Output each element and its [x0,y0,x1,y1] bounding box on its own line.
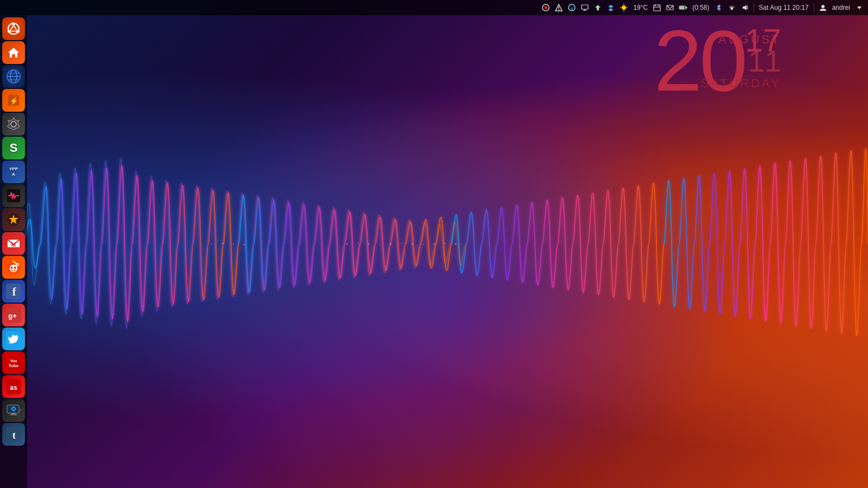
svg-point-6 [401,242,402,243]
svg-text:g: g [571,6,573,11]
battery-time[interactable]: (0:58) [691,4,711,11]
launcher-item-pulse[interactable] [2,184,25,207]
svg-point-13 [222,243,224,245]
launcher-item-software-center[interactable]: S [2,137,25,159]
svg-text:f: f [12,286,16,298]
svg-text:g+: g+ [8,312,17,320]
svg-point-9 [433,243,435,245]
indicator-calendar[interactable] [652,2,662,13]
indicator-network[interactable] [726,2,737,13]
application-launcher: ⚡ S YPPA [0,15,27,488]
indicator-app4[interactable] [592,2,603,13]
indicator-battery[interactable] [678,2,688,13]
launcher-item-app-orange[interactable]: ⚡ [2,89,25,112]
indicator-mail[interactable] [665,2,675,13]
svg-point-1 [347,243,348,245]
desktop: 20 17 AUGUST 11 SATURDAY g [0,0,868,488]
svg-point-11 [455,243,457,245]
launcher-item-browser[interactable] [2,65,25,88]
svg-rect-21 [582,5,588,9]
indicator-volume[interactable] [739,2,750,13]
svg-point-24 [622,5,626,10]
launcher-item-ubuntu[interactable] [2,17,25,40]
indicator-weather[interactable] [618,2,629,13]
panel-separator-1 [754,3,754,12]
launcher-item-system-settings[interactable] [2,113,25,136]
svg-point-61 [11,267,12,268]
svg-point-2 [358,242,359,243]
temperature-display[interactable]: 19°C [631,4,649,11]
launcher-item-files[interactable] [2,41,25,64]
launcher-item-monitor[interactable] [2,399,25,422]
svg-point-62 [14,267,15,268]
svg-text:You: You [10,359,17,363]
svg-text:Tube: Tube [9,363,19,368]
indicator-display[interactable] [579,2,590,13]
svg-marker-38 [857,7,861,9]
svg-point-18 [558,9,559,10]
svg-point-3 [368,243,370,245]
svg-point-15 [244,244,245,246]
indicator-app3[interactable]: g [566,2,577,13]
svg-point-4 [379,245,380,246]
svg-marker-86 [20,409,21,411]
launcher-item-facebook[interactable]: f [2,280,25,303]
indicator-bluetooth[interactable] [713,2,724,13]
launcher-item-youtube[interactable]: You Tube [2,351,25,374]
svg-text:as: as [10,384,17,391]
username-display[interactable]: andrei [831,4,852,11]
date-day: 11 [700,47,781,76]
top-panel: g 19°C (0:58) [0,0,868,15]
svg-text:t: t [12,430,16,441]
svg-rect-80 [10,414,17,415]
svg-rect-36 [680,7,684,9]
svg-text:⚡: ⚡ [9,97,19,106]
svg-point-14 [233,243,234,245]
indicator-app2[interactable] [553,2,564,13]
svg-point-40 [12,23,15,25]
svg-rect-78 [8,406,18,413]
svg-point-66 [12,260,15,263]
svg-point-7 [412,243,413,245]
session-menu-icon[interactable] [854,2,865,13]
indicator-app1[interactable] [540,2,551,13]
indicator-dropbox[interactable] [605,2,616,13]
date-weekday: SATURDAY [700,76,781,91]
system-tray: g 19°C (0:58) [540,2,865,13]
launcher-item-tumblr[interactable]: t [2,423,25,446]
datetime-panel[interactable]: Sat Aug 11 20:17 [757,4,810,11]
launcher-item-lastfm[interactable]: as [2,375,25,398]
launcher-item-ypp[interactable]: YPPA [2,160,25,183]
launcher-item-twitter[interactable] [2,328,25,350]
panel-separator-2 [814,3,814,12]
svg-rect-35 [686,7,687,8]
launcher-item-google-plus[interactable]: g+ [2,304,25,326]
launcher-item-gmail[interactable]: M [2,232,25,255]
date-display: AUGUST 11 SATURDAY [700,33,781,91]
datetime-widget: 20 17 AUGUST 11 SATURDAY [654,22,781,100]
svg-point-10 [444,243,445,244]
svg-text:M: M [11,242,16,248]
svg-point-12 [211,243,212,245]
svg-point-5 [390,243,392,245]
user-avatar-icon[interactable] [818,2,828,13]
svg-rect-29 [654,5,660,11]
launcher-item-reddit[interactable] [2,256,25,279]
svg-rect-79 [11,413,16,414]
svg-point-8 [423,244,424,245]
svg-point-51 [11,121,16,127]
launcher-item-star[interactable] [2,208,25,231]
svg-point-37 [821,5,825,8]
